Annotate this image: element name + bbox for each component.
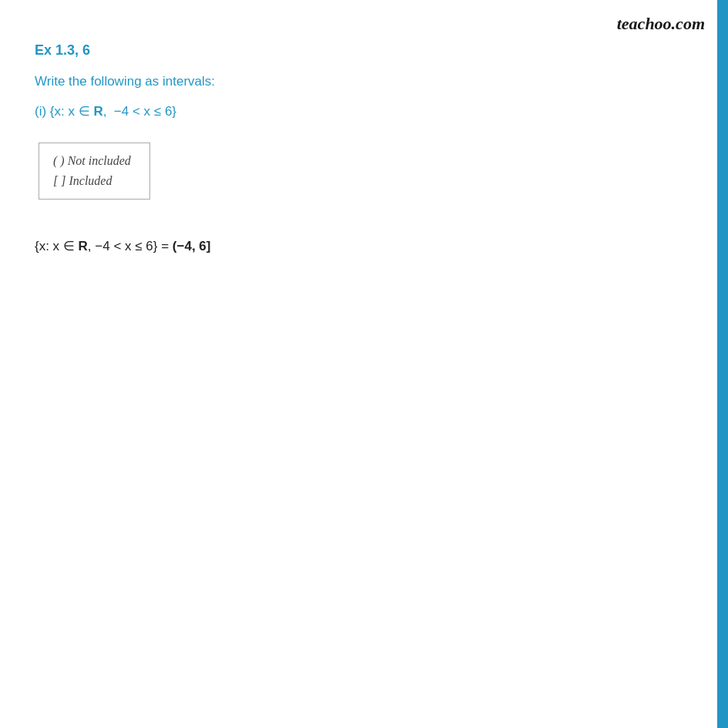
legend-included: [ ] Included bbox=[53, 174, 131, 188]
part-i-label: (i) {x: x ∈ R, −4 < x ≤ 6} bbox=[35, 103, 689, 119]
main-content: Ex 1.3, 6 Write the following as interva… bbox=[35, 42, 689, 254]
exercise-heading: Ex 1.3, 6 bbox=[35, 42, 689, 59]
answer-line: {x: x ∈ R, −4 < x ≤ 6} = (−4, 6] bbox=[35, 238, 689, 254]
answer-prefix: {x: x ∈ R, −4 < x ≤ 6} = bbox=[35, 239, 173, 253]
legend-not-included: ( ) Not included bbox=[53, 154, 131, 168]
accent-bar bbox=[717, 0, 728, 728]
answer-value: (−4, 6] bbox=[173, 239, 211, 253]
part-i-text: (i) {x: x ∈ R, −4 < x ≤ 6} bbox=[35, 104, 176, 119]
question-text: Write the following as intervals: bbox=[35, 74, 689, 89]
page-container: teachoo.com Ex 1.3, 6 Write the followin… bbox=[0, 0, 728, 728]
legend-box: ( ) Not included [ ] Included bbox=[39, 143, 150, 200]
site-logo: teachoo.com bbox=[617, 14, 705, 34]
